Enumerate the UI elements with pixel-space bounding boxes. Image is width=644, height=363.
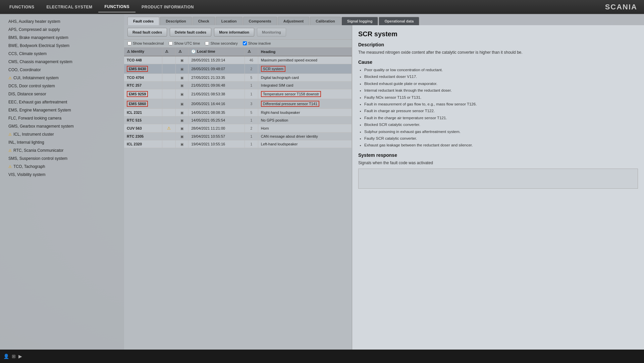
datetime-cell: 28/04/2021 11:21:00 — [189, 124, 245, 133]
main-content: Fault codes Description Check Location C… — [124, 14, 644, 350]
col-localtime: 🕐 Local time — [189, 47, 245, 56]
sidebar-item-dis[interactable]: DIS, Distance sensor — [0, 90, 124, 98]
table-row[interactable]: RTC 257▣21/05/2021 09:06:481Integrated S… — [124, 82, 352, 89]
read-fault-codes-button[interactable]: Read fault codes — [127, 28, 167, 37]
icon-cell: ▣ — [175, 74, 188, 82]
description-text: The measured nitrogen oxide content afte… — [358, 49, 638, 55]
table-row[interactable]: EMS 9259▣21/05/2021 08:53:381Temperature… — [124, 89, 352, 99]
delete-fault-codes-button[interactable]: Delete fault codes — [170, 28, 211, 37]
warn-cell — [162, 89, 176, 99]
sidebar-item-aps[interactable]: APS, Compressed air supply — [0, 26, 124, 34]
datetime-cell: 19/04/2021 10:55:57 — [189, 133, 245, 140]
table-row[interactable]: ICL 2321▣14/05/2021 08:08:355Right-hand … — [124, 109, 352, 117]
secondary-input[interactable] — [205, 41, 209, 45]
count-cell: 1 — [245, 89, 258, 99]
table-row[interactable]: EMS 8430▣28/05/2021 09:48:072SCR system — [124, 64, 352, 74]
sidebar-item-icl[interactable]: ⚠ ICL, Instrument cluster — [0, 130, 124, 138]
hexadecimal-input[interactable] — [127, 41, 131, 45]
sidebar-item-vis[interactable]: VIS, Visibility system — [0, 171, 124, 179]
sidebar-item-inl[interactable]: INL, Internal lighting — [0, 138, 124, 146]
datetime-cell: 28/05/2021 09:48:07 — [189, 64, 245, 74]
table-row[interactable]: RTC 515▣14/05/2021 05:25:541No GPS posit… — [124, 117, 352, 124]
sidebar-label: COO, Coordinator — [8, 67, 41, 72]
taskbar-icon-1[interactable]: 👤 — [3, 354, 9, 359]
nav-electrical-system[interactable]: ELECTRICAL SYSTEM — [41, 2, 99, 12]
tab-check[interactable]: Check — [193, 17, 215, 25]
cause-item: Fault in the charge air temperature sens… — [364, 115, 638, 121]
sidebar-item-bwe[interactable]: BWE, Bodywork Electrical System — [0, 42, 124, 50]
cause-item: Fault in measurement of gas flow to, e.g… — [364, 101, 638, 107]
sidebar-label: ICL, Instrument cluster — [13, 132, 54, 137]
tab-signal-logging[interactable]: Signal logging — [341, 17, 378, 25]
sidebar-item-ahs[interactable]: AHS, Auxiliary heater system — [0, 17, 124, 26]
more-information-button[interactable]: More information — [214, 28, 254, 37]
monitoring-button[interactable]: Monitoring — [257, 28, 286, 37]
sidebar-item-coo[interactable]: COO, Coordinator — [0, 66, 124, 74]
nav-product-info[interactable]: PRODUCT INFORMATION — [136, 2, 200, 12]
sidebar-item-ems[interactable]: EMS, Engine Management System — [0, 106, 124, 114]
cause-item: Blocked exhaust guide plate or evaporato… — [364, 81, 638, 87]
col-heading: Heading — [258, 47, 352, 56]
sidebar-label: CMS, Chassis management system — [8, 59, 72, 64]
cause-item: Sulphur poisoning in exhaust gas aftertr… — [364, 129, 638, 135]
table-row[interactable]: ICL 2320▣19/04/2021 10:55:161Left-hand l… — [124, 140, 352, 148]
tab-location[interactable]: Location — [216, 17, 243, 25]
left-panel: Read fault codes Delete fault codes More… — [124, 25, 352, 350]
warn-cell: ⚠ — [162, 124, 176, 133]
table-row[interactable]: CUV 563⚠▣28/04/2021 11:21:002Horn — [124, 124, 352, 133]
tab-description[interactable]: Description — [160, 17, 192, 25]
heading-cell: Horn — [258, 124, 352, 133]
sidebar-label: CCS, Climate system — [8, 51, 47, 56]
cause-item: Blocked SCR catalytic converter. — [364, 122, 638, 128]
count-cell: 5 — [245, 109, 258, 117]
count-cell: 2 — [245, 124, 258, 133]
table-row[interactable]: EMS 5860▣20/05/2021 16:44:163Differentia… — [124, 99, 352, 109]
utc-input[interactable] — [169, 41, 173, 45]
tab-fault-codes[interactable]: Fault codes — [127, 17, 159, 25]
cause-item: Fault in charge air pressure sensor T122… — [364, 108, 638, 114]
top-nav: FUNCTIONS ELECTRICAL SYSTEM FUNCTIONS PR… — [0, 0, 644, 14]
content-split: Read fault codes Delete fault codes More… — [124, 25, 644, 350]
sidebar-item-cui[interactable]: ⚠ CUI, Infotainment system — [0, 74, 124, 82]
identity-cell: EMS 5860 — [124, 99, 162, 109]
tab-calibration[interactable]: Calibration — [310, 17, 340, 25]
sidebar-item-ccs[interactable]: CCS, Climate system — [0, 50, 124, 58]
identity-cell: CUV 563 — [124, 124, 162, 133]
table-row[interactable]: TCO 448▣28/05/2021 15:20:1446Maximum per… — [124, 56, 352, 64]
table-row[interactable]: TCO 4704▣27/05/2021 21:33:355Digital tac… — [124, 74, 352, 82]
sidebar-item-tco[interactable]: ⚠ TCO, Tachograph — [0, 163, 124, 171]
table-row[interactable]: RTC 2305▣19/04/2021 10:55:571CAN message… — [124, 133, 352, 140]
identity-cell: RTC 257 — [124, 82, 162, 89]
show-hexadecimal-checkbox[interactable]: Show hexadecimal — [127, 41, 164, 45]
sidebar-item-gms[interactable]: GMS, Gearbox management system — [0, 122, 124, 130]
count-cell: 1 — [245, 82, 258, 89]
tab-operational-data[interactable]: Operational data — [379, 17, 419, 25]
taskbar-icon-2[interactable]: ⊞ — [12, 354, 16, 359]
tab-components[interactable]: Components — [243, 17, 277, 25]
sidebar-item-dcs[interactable]: DCS, Door control system — [0, 82, 124, 90]
heading-cell: Temperature sensor T158 downstr — [258, 89, 352, 99]
warning-icon: ⚠ — [8, 132, 12, 137]
sidebar-item-rtc[interactable]: ⚠ RTC, Scania Communicator — [0, 146, 124, 154]
utc-label: Show UTC time — [174, 41, 200, 45]
warning-icon: ⚠ — [8, 148, 12, 153]
sidebar-item-flc[interactable]: FLC, Forward looking camera — [0, 114, 124, 122]
sidebar-label: APS, Compressed air supply — [8, 27, 60, 32]
identity-cell: EMS 8430 — [124, 64, 162, 74]
icon-cell: ▣ — [175, 89, 188, 99]
sidebar-item-cms[interactable]: CMS, Chassis management system — [0, 58, 124, 66]
icon-cell: ▣ — [175, 140, 188, 148]
nav-functions-1[interactable]: FUNCTIONS — [3, 2, 41, 12]
system-response-box — [358, 169, 638, 189]
datetime-cell: 20/05/2021 16:44:16 — [189, 99, 245, 109]
sidebar-item-sms[interactable]: SMS, Suspension control system — [0, 154, 124, 163]
tab-adjustment[interactable]: Adjustment — [278, 17, 310, 25]
sidebar-item-bms[interactable]: BMS, Brake management system — [0, 34, 124, 42]
show-utc-checkbox[interactable]: Show UTC time — [169, 41, 200, 45]
inactive-input[interactable] — [243, 41, 247, 45]
show-secondary-checkbox[interactable]: Show secondary — [205, 41, 237, 45]
show-inactive-checkbox[interactable]: Show inactive — [243, 41, 271, 45]
nav-functions-2[interactable]: FUNCTIONS — [98, 2, 136, 12]
sidebar-item-eec[interactable]: EEC, Exhaust gas aftertreatment — [0, 98, 124, 106]
taskbar-icon-3[interactable]: ▶ — [18, 354, 22, 359]
